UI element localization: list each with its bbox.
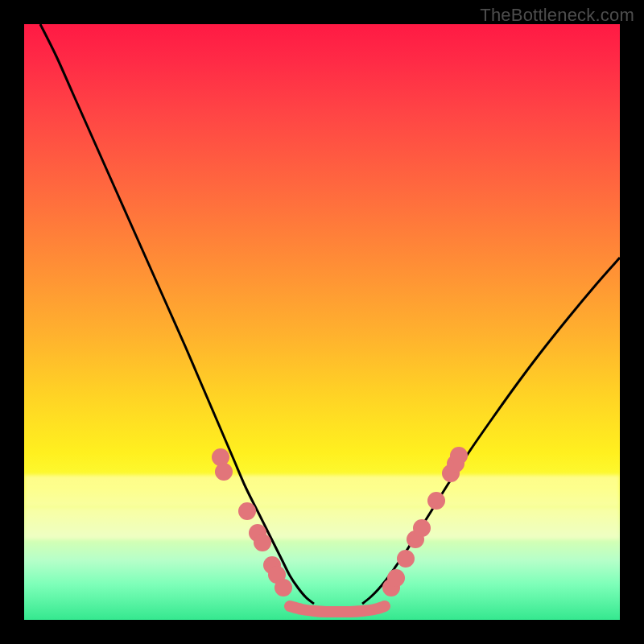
data-point (215, 463, 233, 481)
scatter-left-dots (212, 448, 292, 597)
data-point (254, 534, 271, 551)
data-point (397, 550, 415, 568)
data-point (427, 492, 445, 510)
plot-area (24, 24, 620, 620)
data-point (387, 569, 405, 587)
data-point (275, 579, 292, 597)
series-valley-floor (290, 606, 385, 612)
watermark-text: TheBottleneck.com (480, 5, 634, 26)
scatter-right-dots (382, 447, 468, 597)
series-left-curve (40, 24, 314, 604)
curve-overlay (24, 24, 620, 620)
data-point (238, 502, 256, 520)
data-point (413, 519, 431, 537)
chart-stage: TheBottleneck.com (0, 0, 644, 644)
data-point (450, 447, 468, 464)
